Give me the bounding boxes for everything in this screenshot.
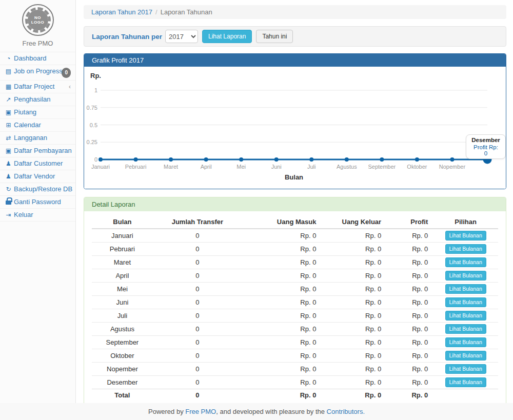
tooltip-month: Desember bbox=[471, 137, 500, 143]
table-cell: Rp. 0 bbox=[242, 229, 323, 243]
svg-text:1: 1 bbox=[94, 87, 97, 93]
action-cell bbox=[433, 389, 498, 402]
profit-chart-panel: Grafik Profit 2017 Rp. 10.750.50.250Janu… bbox=[84, 53, 506, 189]
lihat-bulanan-button[interactable]: Lihat Bulanan bbox=[445, 377, 486, 387]
sidebar-item-dashboard[interactable]: ◔Dashboard bbox=[0, 52, 75, 65]
app-logo: NO LOGO Free PMO bbox=[0, 0, 75, 47]
table-cell: Rp. 0 bbox=[388, 309, 433, 323]
line-chart-icon: ↗ bbox=[5, 95, 12, 104]
sidebar-item-penghasilan[interactable]: ↗Penghasilan bbox=[0, 93, 75, 106]
tahun-ini-button[interactable]: Tahun ini bbox=[256, 30, 293, 43]
lihat-bulanan-button[interactable]: Lihat Bulanan bbox=[445, 284, 486, 294]
lihat-bulanan-button[interactable]: Lihat Bulanan bbox=[445, 297, 486, 307]
sidebar-item-label: Daftar Project bbox=[14, 83, 54, 90]
sign-out-icon: ⇥ bbox=[5, 211, 12, 219]
job-count-badge: 0 bbox=[62, 68, 71, 78]
table-icon: ▦ bbox=[5, 83, 12, 91]
breadcrumb-current: Laporan Tahunan bbox=[161, 8, 212, 16]
svg-text:0.5: 0.5 bbox=[90, 122, 97, 128]
svg-text:Juni: Juni bbox=[271, 164, 282, 170]
table-cell: Rp. 0 bbox=[323, 243, 388, 256]
table-cell: Rp. 0 bbox=[323, 336, 388, 349]
lihat-bulanan-button[interactable]: Lihat Bulanan bbox=[445, 244, 486, 254]
sidebar-item-label: Backup/Restore DB bbox=[14, 185, 72, 193]
lihat-bulanan-button[interactable]: Lihat Bulanan bbox=[445, 351, 486, 361]
action-cell: Lihat Bulanan bbox=[433, 256, 498, 269]
table-cell: Desember bbox=[92, 376, 153, 389]
table-cell: Total bbox=[92, 389, 153, 402]
sidebar-item-daftar-project[interactable]: ‹▦Daftar Project bbox=[0, 81, 75, 93]
sidebar-item-ganti-password[interactable]: Ganti Password bbox=[0, 196, 75, 209]
table-row: Juli0Rp. 0Rp. 0Rp. 0Lihat Bulanan bbox=[92, 309, 498, 323]
table-cell: Rp. 0 bbox=[242, 256, 323, 269]
lihat-bulanan-button[interactable]: Lihat Bulanan bbox=[445, 271, 486, 281]
svg-text:Pebruari: Pebruari bbox=[125, 164, 147, 170]
sidebar-item-backup-restore-db[interactable]: ↻Backup/Restore DB bbox=[0, 183, 75, 196]
sidebar-item-daftar-customer[interactable]: ♟Daftar Customer bbox=[0, 157, 75, 170]
total-row: Total0Rp. 0Rp. 0Rp. 0 bbox=[92, 389, 498, 402]
table-cell: 0 bbox=[153, 269, 242, 283]
money-icon: ▣ bbox=[5, 108, 12, 116]
table-cell: Rp. 0 bbox=[388, 269, 433, 283]
breadcrumb-separator: / bbox=[155, 8, 157, 16]
table-cell: Rp. 0 bbox=[323, 256, 388, 269]
table-row: Juni0Rp. 0Rp. 0Rp. 0Lihat Bulanan bbox=[92, 296, 498, 309]
lihat-bulanan-button[interactable]: Lihat Bulanan bbox=[445, 231, 486, 241]
table-cell: 0 bbox=[153, 296, 242, 309]
lihat-bulanan-button[interactable]: Lihat Bulanan bbox=[445, 337, 486, 347]
table-cell: 0 bbox=[153, 336, 242, 349]
table-cell: Rp. 0 bbox=[242, 243, 323, 256]
action-cell: Lihat Bulanan bbox=[433, 309, 498, 323]
chart-tooltip: Desember Profit Rp: 0 bbox=[466, 134, 506, 159]
table-row: April0Rp. 0Rp. 0Rp. 0Lihat Bulanan bbox=[92, 269, 498, 283]
sidebar-item-calendar[interactable]: ⊞Calendar bbox=[0, 119, 75, 132]
footer-text-prefix: Powered by bbox=[148, 408, 185, 415]
sidebar-item-label: Penghasilan bbox=[14, 95, 51, 103]
sidebar-item-daftar-vendor[interactable]: ♟Daftar Vendor bbox=[0, 170, 75, 183]
users-icon: ♟ bbox=[5, 172, 12, 181]
profit-line-chart-svg: 10.750.50.250JanuariPebruariMaretAprilMe… bbox=[84, 67, 506, 189]
table-row: September0Rp. 0Rp. 0Rp. 0Lihat Bulanan bbox=[92, 336, 498, 349]
tooltip-value: Profit Rp: 0 bbox=[471, 144, 500, 156]
table-cell: Maret bbox=[92, 256, 153, 269]
breadcrumb: Laporan Tahun 2017/Laporan Tahunan bbox=[84, 5, 506, 19]
sidebar-item-daftar-pembayaran[interactable]: ▣Daftar Pembayaran bbox=[0, 145, 75, 157]
svg-text:0.75: 0.75 bbox=[87, 105, 97, 111]
action-cell: Lihat Bulanan bbox=[433, 229, 498, 243]
lihat-bulanan-button[interactable]: Lihat Bulanan bbox=[445, 324, 486, 334]
table-cell: Rp. 0 bbox=[323, 296, 388, 309]
sidebar-item-langganan[interactable]: ⇄Langganan bbox=[0, 132, 75, 145]
detail-laporan-panel: Detail Laporan BulanJumlah TransferUang … bbox=[84, 197, 506, 403]
sidebar-item-piutang[interactable]: ▣Piutang bbox=[0, 106, 75, 119]
year-select[interactable]: 2017 bbox=[165, 30, 198, 43]
table-cell: Rp. 0 bbox=[388, 363, 433, 376]
sidebar-item-keluar[interactable]: ⇥Keluar bbox=[0, 209, 75, 222]
table-cell: Agustus bbox=[92, 323, 153, 336]
action-cell: Lihat Bulanan bbox=[433, 349, 498, 363]
table-row: Pebruari0Rp. 0Rp. 0Rp. 0Lihat Bulanan bbox=[92, 243, 498, 256]
breadcrumb-link-laporan-tahun[interactable]: Laporan Tahun 2017 bbox=[91, 8, 152, 16]
footer-text-middle: , and developed with pleasure by the bbox=[216, 408, 326, 415]
column-header: Uang Masuk bbox=[242, 215, 323, 229]
svg-text:September: September bbox=[368, 164, 396, 170]
sidebar-item-label: Keluar bbox=[14, 211, 33, 218]
footer-link-contributors[interactable]: Contributors. bbox=[327, 408, 365, 415]
lihat-bulanan-button[interactable]: Lihat Bulanan bbox=[445, 257, 486, 267]
table-cell: Rp. 0 bbox=[242, 323, 323, 336]
logo-text-line2: LOGO bbox=[31, 20, 45, 25]
table-cell: Rp. 0 bbox=[388, 296, 433, 309]
table-cell: Rp. 0 bbox=[388, 349, 433, 363]
svg-text:April: April bbox=[201, 164, 212, 170]
lihat-bulanan-button[interactable]: Lihat Bulanan bbox=[445, 311, 486, 321]
column-header: Uang Keluar bbox=[323, 215, 388, 229]
table-cell: 0 bbox=[153, 363, 242, 376]
dashboard-icon: ◔ bbox=[5, 54, 12, 63]
lihat-bulanan-button[interactable]: Lihat Bulanan bbox=[445, 364, 486, 374]
sidebar-item-label: Piutang bbox=[14, 108, 36, 116]
lihat-laporan-button[interactable]: Lihat Laporan bbox=[202, 30, 252, 43]
footer-link-free-pmo[interactable]: Free PMO bbox=[185, 408, 216, 415]
table-row: Januari0Rp. 0Rp. 0Rp. 0Lihat Bulanan bbox=[92, 229, 498, 243]
table-cell: Rp. 0 bbox=[242, 309, 323, 323]
sidebar-item-job-on-progress[interactable]: 0▤Job on Progress bbox=[0, 65, 75, 81]
table-cell: Januari bbox=[92, 229, 153, 243]
